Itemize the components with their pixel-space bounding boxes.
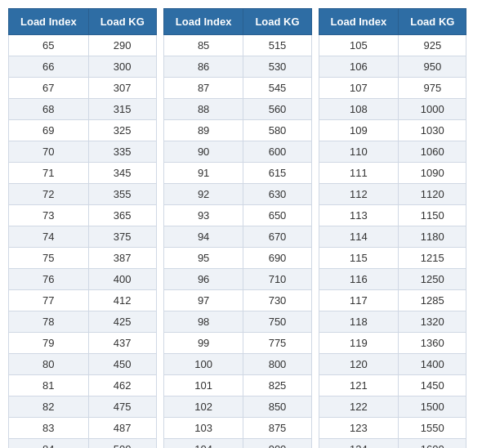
table-row: 78425 <box>9 311 157 333</box>
table-row: 96710 <box>163 269 311 290</box>
table-row: 89580 <box>163 120 311 141</box>
table-row: 1141180 <box>319 226 466 248</box>
load-kg-cell: 1180 <box>399 226 466 248</box>
load-index-cell: 66 <box>9 56 89 78</box>
table-row: 102850 <box>163 396 311 418</box>
load-kg-cell: 800 <box>243 354 311 375</box>
table-row: 70335 <box>9 141 157 163</box>
table-row: 71345 <box>9 163 157 184</box>
table-row: 1121120 <box>319 184 466 205</box>
load-index-cell: 77 <box>9 290 89 311</box>
load-kg-cell: 1450 <box>399 375 466 396</box>
load-kg-cell: 425 <box>88 311 156 333</box>
load-index-cell: 102 <box>163 396 243 418</box>
load-kg-cell: 1500 <box>399 396 466 418</box>
table-row: 80450 <box>9 354 157 375</box>
table-row: 1151215 <box>319 248 466 269</box>
table-row: 82475 <box>9 396 157 418</box>
load-index-cell: 101 <box>163 375 243 396</box>
load-kg-cell: 437 <box>88 333 156 354</box>
table-row: 1241600 <box>319 439 466 449</box>
load-index-cell: 111 <box>319 163 399 184</box>
load-kg-cell: 1550 <box>399 418 466 439</box>
load-index-cell: 96 <box>163 269 243 290</box>
load-index-cell: 124 <box>319 439 399 449</box>
load-index-cell: 115 <box>319 248 399 269</box>
table-row: 69325 <box>9 120 157 141</box>
load-kg-cell: 975 <box>399 78 466 99</box>
load-index-cell: 109 <box>319 120 399 141</box>
load-kg-cell: 900 <box>243 439 311 449</box>
table-row: 106950 <box>319 56 466 78</box>
load-index-cell: 99 <box>163 333 243 354</box>
load-kg-cell: 925 <box>399 35 466 56</box>
load-kg-cell: 545 <box>243 78 311 99</box>
load-kg-cell: 315 <box>88 99 156 120</box>
load-kg-cell: 475 <box>88 396 156 418</box>
load-index-cell: 65 <box>9 35 89 56</box>
load-index-cell: 97 <box>163 290 243 311</box>
load-index-cell: 116 <box>319 269 399 290</box>
load-index-header: Load Index <box>9 9 89 35</box>
table-row: 92630 <box>163 184 311 205</box>
load-index-cell: 83 <box>9 418 89 439</box>
load-index-cell: 95 <box>163 248 243 269</box>
load-kg-cell: 307 <box>88 78 156 99</box>
load-kg-cell: 345 <box>88 163 156 184</box>
load-kg-cell: 730 <box>243 290 311 311</box>
table-row: 1101060 <box>319 141 466 163</box>
load-index-cell: 114 <box>319 226 399 248</box>
table-row: 75387 <box>9 248 157 269</box>
table-row: 85515 <box>163 35 311 56</box>
load-index-cell: 92 <box>163 184 243 205</box>
table-row: 98750 <box>163 311 311 333</box>
load-index-cell: 120 <box>319 354 399 375</box>
load-kg-cell: 335 <box>88 141 156 163</box>
load-kg-cell: 775 <box>243 333 311 354</box>
load-index-cell: 118 <box>319 311 399 333</box>
load-kg-cell: 1030 <box>399 120 466 141</box>
load-kg-cell: 325 <box>88 120 156 141</box>
table-row: 1131150 <box>319 205 466 226</box>
load-index-cell: 82 <box>9 396 89 418</box>
load-kg-cell: 1400 <box>399 354 466 375</box>
load-kg-cell: 412 <box>88 290 156 311</box>
table-row: 1231550 <box>319 418 466 439</box>
table-row: 99775 <box>163 333 311 354</box>
load-kg-cell: 560 <box>243 99 311 120</box>
load-kg-cell: 400 <box>88 269 156 290</box>
load-index-cell: 89 <box>163 120 243 141</box>
table-row: 90600 <box>163 141 311 163</box>
load-index-cell: 117 <box>319 290 399 311</box>
load-kg-cell: 850 <box>243 396 311 418</box>
table-row: 65290 <box>9 35 157 56</box>
table-row: 91615 <box>163 163 311 184</box>
load-index-cell: 70 <box>9 141 89 163</box>
load-index-cell: 85 <box>163 35 243 56</box>
load-index-table-1: Load IndexLoad KG65290663006730768315693… <box>8 8 157 448</box>
load-kg-cell: 375 <box>88 226 156 248</box>
load-index-cell: 112 <box>319 184 399 205</box>
table-row: 1111090 <box>319 163 466 184</box>
load-kg-header: Load KG <box>399 9 466 35</box>
load-index-cell: 74 <box>9 226 89 248</box>
load-kg-cell: 487 <box>88 418 156 439</box>
table-row: 101825 <box>163 375 311 396</box>
load-index-header: Load Index <box>163 9 243 35</box>
load-index-cell: 106 <box>319 56 399 78</box>
table-row: 1181320 <box>319 311 466 333</box>
load-kg-cell: 580 <box>243 120 311 141</box>
load-index-cell: 113 <box>319 205 399 226</box>
load-index-cell: 90 <box>163 141 243 163</box>
load-index-cell: 73 <box>9 205 89 226</box>
table-row: 86530 <box>163 56 311 78</box>
load-index-cell: 121 <box>319 375 399 396</box>
table-row: 1081000 <box>319 99 466 120</box>
load-index-cell: 76 <box>9 269 89 290</box>
load-index-cell: 81 <box>9 375 89 396</box>
table-row: 1161250 <box>319 269 466 290</box>
load-kg-cell: 615 <box>243 163 311 184</box>
load-index-cell: 84 <box>9 439 89 449</box>
table-row: 1221500 <box>319 396 466 418</box>
table-row: 72355 <box>9 184 157 205</box>
